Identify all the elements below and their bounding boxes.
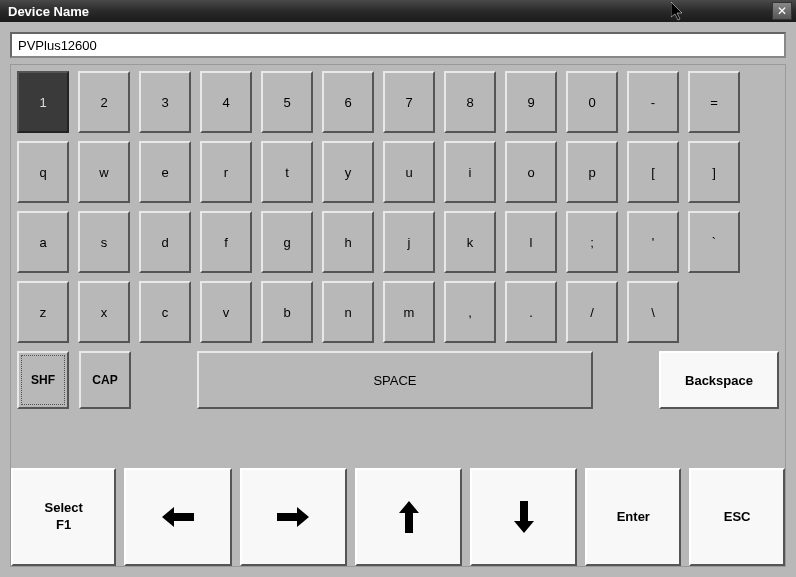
arrow-left-icon — [160, 505, 196, 529]
key-l[interactable]: l — [505, 211, 557, 273]
key-enter[interactable]: Enter — [585, 468, 681, 566]
keyboard-row-6: Select F1 Enter ESC — [11, 468, 785, 566]
arrow-down-icon — [512, 499, 536, 535]
arrow-up-icon — [397, 499, 421, 535]
key-bracket-close[interactable]: ] — [688, 141, 740, 203]
key-9[interactable]: 9 — [505, 71, 557, 133]
key-dash[interactable]: - — [627, 71, 679, 133]
key-h[interactable]: h — [322, 211, 374, 273]
key-comma[interactable]: , — [444, 281, 496, 343]
key-shift[interactable]: SHF — [17, 351, 69, 409]
key-u[interactable]: u — [383, 141, 435, 203]
key-e[interactable]: e — [139, 141, 191, 203]
key-select-f1[interactable]: Select F1 — [11, 468, 116, 566]
key-8[interactable]: 8 — [444, 71, 496, 133]
key-backspace[interactable]: Backspace — [659, 351, 779, 409]
key-k[interactable]: k — [444, 211, 496, 273]
key-semicolon[interactable]: ; — [566, 211, 618, 273]
arrow-right-icon — [275, 505, 311, 529]
keyboard-row-2: q w e r t y u i o p [ ] — [17, 141, 779, 203]
keyboard-row-3: a s d f g h j k l ; ' ` — [17, 211, 779, 273]
key-s[interactable]: s — [78, 211, 130, 273]
keyboard-panel: 1 2 3 4 5 6 7 8 9 0 - = q w e r — [10, 64, 786, 567]
window: Device Name ✕ 1 2 3 4 5 6 7 8 9 0 - — [0, 0, 796, 577]
key-i[interactable]: i — [444, 141, 496, 203]
key-4[interactable]: 4 — [200, 71, 252, 133]
window-title: Device Name — [4, 4, 89, 19]
key-arrow-down[interactable] — [470, 468, 577, 566]
key-p[interactable]: p — [566, 141, 618, 203]
f1-label: F1 — [56, 517, 71, 534]
key-bracket-open[interactable]: [ — [627, 141, 679, 203]
key-quote[interactable]: ' — [627, 211, 679, 273]
key-backtick[interactable]: ` — [688, 211, 740, 273]
key-arrow-left[interactable] — [124, 468, 231, 566]
keyboard-row-5: SHF CAP SPACE Backspace — [17, 351, 779, 409]
key-a[interactable]: a — [17, 211, 69, 273]
key-c[interactable]: c — [139, 281, 191, 343]
key-g[interactable]: g — [261, 211, 313, 273]
key-slash[interactable]: / — [566, 281, 618, 343]
keyboard-row-1: 1 2 3 4 5 6 7 8 9 0 - = — [17, 71, 779, 133]
key-capslock[interactable]: CAP — [79, 351, 131, 409]
key-f[interactable]: f — [200, 211, 252, 273]
key-d[interactable]: d — [139, 211, 191, 273]
key-o[interactable]: o — [505, 141, 557, 203]
close-button[interactable]: ✕ — [772, 2, 792, 20]
key-x[interactable]: x — [78, 281, 130, 343]
select-label: Select — [45, 500, 83, 517]
key-z[interactable]: z — [17, 281, 69, 343]
key-1[interactable]: 1 — [17, 71, 69, 133]
key-n[interactable]: n — [322, 281, 374, 343]
key-period[interactable]: . — [505, 281, 557, 343]
key-v[interactable]: v — [200, 281, 252, 343]
key-2[interactable]: 2 — [78, 71, 130, 133]
titlebar: Device Name ✕ — [0, 0, 796, 22]
key-esc[interactable]: ESC — [689, 468, 785, 566]
key-7[interactable]: 7 — [383, 71, 435, 133]
device-name-input[interactable] — [10, 32, 786, 58]
keyboard-row-4: z x c v b n m , . / \ — [17, 281, 779, 343]
key-space[interactable]: SPACE — [197, 351, 593, 409]
key-w[interactable]: w — [78, 141, 130, 203]
close-icon: ✕ — [777, 4, 787, 18]
key-y[interactable]: y — [322, 141, 374, 203]
key-j[interactable]: j — [383, 211, 435, 273]
key-r[interactable]: r — [200, 141, 252, 203]
key-b[interactable]: b — [261, 281, 313, 343]
content: 1 2 3 4 5 6 7 8 9 0 - = q w e r — [0, 22, 796, 577]
key-0[interactable]: 0 — [566, 71, 618, 133]
key-m[interactable]: m — [383, 281, 435, 343]
key-6[interactable]: 6 — [322, 71, 374, 133]
key-t[interactable]: t — [261, 141, 313, 203]
key-arrow-up[interactable] — [355, 468, 462, 566]
key-3[interactable]: 3 — [139, 71, 191, 133]
key-q[interactable]: q — [17, 141, 69, 203]
key-5[interactable]: 5 — [261, 71, 313, 133]
key-backslash[interactable]: \ — [627, 281, 679, 343]
key-equals[interactable]: = — [688, 71, 740, 133]
key-arrow-right[interactable] — [240, 468, 347, 566]
